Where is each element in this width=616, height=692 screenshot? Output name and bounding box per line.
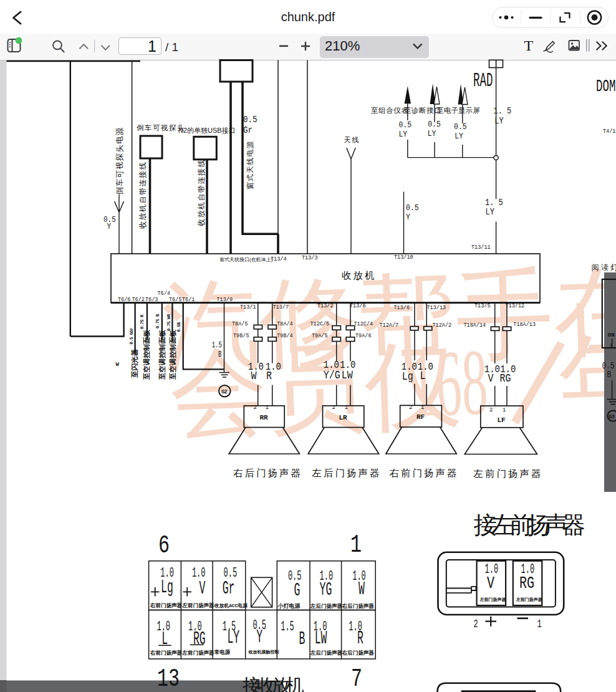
svg-text:左前门扬声器: 左前门扬声器 xyxy=(182,650,215,656)
svg-text:倒车可视探头电源: 倒车可视探头电源 xyxy=(115,127,124,195)
svg-text:收放机ACC电源: 收放机ACC电源 xyxy=(214,603,248,608)
svg-text:RR: RR xyxy=(260,414,269,421)
svg-text:1: 1 xyxy=(503,407,506,413)
svg-text:2: 2 xyxy=(474,617,478,631)
svg-text:Lg: Lg xyxy=(402,370,413,383)
svg-text:右前门扬声器: 右前门扬声器 xyxy=(150,650,183,656)
svg-text:0.5 GGr: 0.5 GGr xyxy=(129,328,134,345)
svg-text:至闪光器: 至闪光器 xyxy=(131,349,138,379)
svg-text:T9A/6: T9A/6 xyxy=(355,333,372,339)
svg-text:收放机: 收放机 xyxy=(342,270,377,281)
svg-text:2: 2 xyxy=(254,405,257,411)
svg-text:左前门扬声器: 左前门扬声器 xyxy=(516,597,542,602)
svg-text:T13/6: T13/6 xyxy=(394,305,410,311)
svg-text:LY: LY xyxy=(428,129,436,138)
svg-text:RAD: RAD xyxy=(473,70,493,91)
svg-text:T: T xyxy=(524,37,534,54)
svg-text:0.5: 0.5 xyxy=(428,120,441,130)
svg-text:T18A/14: T18A/14 xyxy=(464,322,486,329)
svg-text:YG: YG xyxy=(320,579,332,600)
svg-text:T13/8: T13/8 xyxy=(350,303,366,309)
svg-text:LY: LY xyxy=(227,627,239,648)
svg-text:收放机接触控制: 收放机接触控制 xyxy=(248,650,279,655)
svg-text:RF: RF xyxy=(416,413,425,421)
svg-text:T13/9: T13/9 xyxy=(217,297,233,303)
svg-text:T13/10: T13/10 xyxy=(394,254,413,261)
svg-text:Y: Y xyxy=(256,627,262,647)
svg-text:V: V xyxy=(487,574,495,593)
svg-text:LY: LY xyxy=(455,132,463,141)
svg-text:T13/7: T13/7 xyxy=(273,304,289,310)
svg-text:收放机自带连接线: 收放机自带连接线 xyxy=(138,161,147,229)
svg-text:G: G xyxy=(294,580,301,600)
svg-text:1: 1 xyxy=(421,405,424,411)
svg-text:1: 1 xyxy=(266,405,269,411)
svg-text:LR: LR xyxy=(339,414,348,421)
svg-text:接左前扬声器: 接左前扬声器 xyxy=(474,512,585,538)
svg-text:0.5: 0.5 xyxy=(454,122,467,132)
svg-text:T13/13: T13/13 xyxy=(427,305,446,311)
svg-text:Lg: Lg xyxy=(161,577,173,597)
svg-text:左前门扬声器: 左前门扬声器 xyxy=(473,469,543,480)
svg-text:1. 5: 1. 5 xyxy=(494,106,512,116)
svg-text:RG: RG xyxy=(519,574,534,593)
svg-text:接收放机: 接收放机 xyxy=(243,675,304,692)
svg-text:T6/5: T6/5 xyxy=(169,297,181,303)
svg-text:常电源: 常电源 xyxy=(214,649,231,656)
svg-text:T8A/5: T8A/5 xyxy=(232,321,248,327)
svg-text:LY: LY xyxy=(486,207,494,217)
svg-text:G3: G3 xyxy=(609,414,614,420)
svg-text:T13/3: T13/3 xyxy=(302,255,318,261)
svg-text:1.5: 1.5 xyxy=(281,618,294,634)
svg-text:L: L xyxy=(161,628,168,649)
svg-text:T13/11: T13/11 xyxy=(471,244,491,251)
svg-text:T6/4: T6/4 xyxy=(158,291,170,297)
svg-text:0.75 B: 0.75 B xyxy=(155,314,160,329)
svg-text:1: 1 xyxy=(537,617,542,631)
svg-text:至电子显示屏: 至电子显示屏 xyxy=(436,107,480,114)
svg-text:RG: RG xyxy=(500,372,511,385)
svg-text:7: 7 xyxy=(351,665,362,692)
svg-text:T12C/5: T12C/5 xyxy=(310,321,330,327)
svg-text:T13/1: T13/1 xyxy=(240,304,256,310)
svg-text:0.75 R: 0.75 R xyxy=(140,314,145,329)
svg-text:W: W xyxy=(116,362,120,368)
svg-text:LW: LW xyxy=(315,628,327,648)
svg-text:LW: LW xyxy=(342,368,354,382)
svg-text:Gr: Gr xyxy=(243,125,253,135)
svg-text:2: 2 xyxy=(489,407,493,413)
svg-text:LY: LY xyxy=(494,116,503,126)
svg-text:T13/12: T13/12 xyxy=(506,303,525,309)
svg-text:至空调控制面板: 至空调控制面板 xyxy=(158,329,166,380)
svg-text:T8A/4: T8A/4 xyxy=(277,321,293,327)
svg-text:2: 2 xyxy=(332,405,335,411)
svg-text:B: B xyxy=(607,370,612,380)
svg-text:Y/G: Y/G xyxy=(324,368,340,382)
svg-text:DOMI: DOMI xyxy=(596,77,616,96)
svg-text:T6/6: T6/6 xyxy=(118,297,130,303)
svg-text:T9A/5: T9A/5 xyxy=(312,333,328,339)
svg-text:Y: Y xyxy=(107,222,112,231)
svg-text:0.5: 0.5 xyxy=(243,115,257,125)
svg-text:窗式天线电源: 窗式天线电源 xyxy=(246,140,254,190)
svg-text:T12A/2: T12A/2 xyxy=(433,322,452,329)
svg-text:T13/5: T13/5 xyxy=(474,303,491,309)
svg-text:V: V xyxy=(200,578,206,598)
svg-text:左前门扬声器: 左前门扬声器 xyxy=(479,597,506,602)
svg-text:Gr: Gr xyxy=(223,578,235,598)
svg-text:右前门扬声器: 右前门扬声器 xyxy=(390,468,459,479)
svg-text:13: 13 xyxy=(157,665,180,692)
svg-text:T9B/5: T9B/5 xyxy=(233,333,249,339)
svg-text:N2的单独USB接口: N2的单独USB接口 xyxy=(178,127,236,134)
svg-text:RG: RG xyxy=(193,628,206,649)
svg-text:L: L xyxy=(420,370,426,383)
svg-text:天线: 天线 xyxy=(344,136,360,143)
svg-text:LY: LY xyxy=(398,130,407,139)
svg-text:B: B xyxy=(218,350,221,358)
svg-text:Y: Y xyxy=(406,213,410,222)
svg-text:LF: LF xyxy=(498,416,506,424)
svg-text:T9B/4: T9B/4 xyxy=(277,333,293,339)
svg-text:G2: G2 xyxy=(221,389,227,395)
svg-text:至组合仪表: 至组合仪表 xyxy=(371,107,409,114)
svg-text:1: 1 xyxy=(610,342,613,348)
